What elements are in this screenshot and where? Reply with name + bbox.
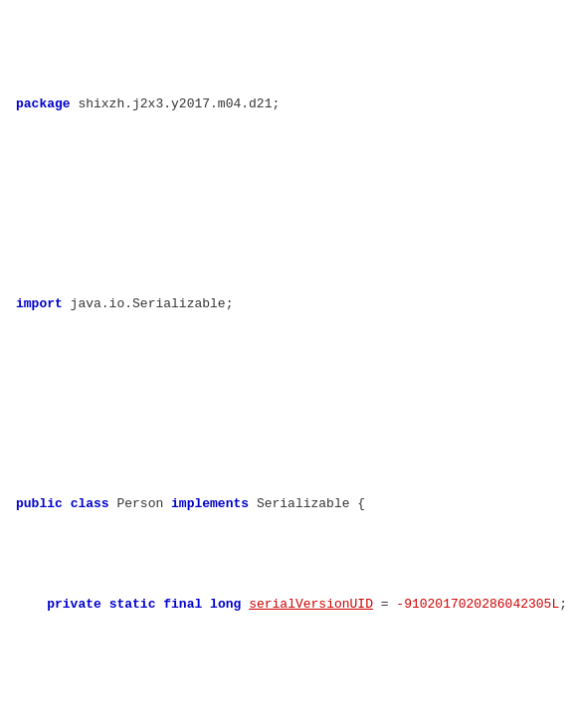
code-line-5: public class Person implements Serializa… [0,494,576,514]
code-editor: package shixzh.j2x3.y2017.m04.d21; impor… [0,10,576,728]
line-content-1: package shixzh.j2x3.y2017.m04.d21; [16,94,560,114]
code-line-2 [0,194,576,214]
code-line-3: import java.io.Serializable; [0,294,576,314]
code-line-7 [0,695,576,715]
code-line-4 [0,395,576,415]
code-line-6: private static final long serialVersionU… [0,595,576,615]
code-line-1: package shixzh.j2x3.y2017.m04.d21; [0,94,576,114]
